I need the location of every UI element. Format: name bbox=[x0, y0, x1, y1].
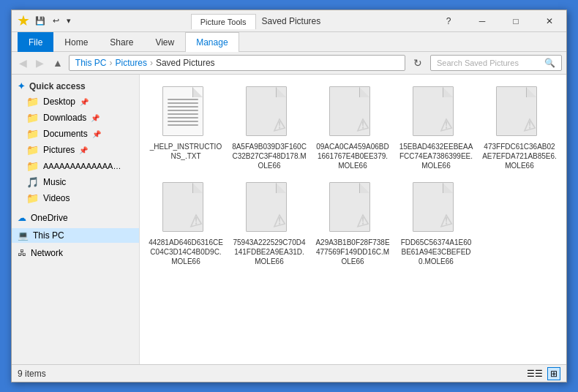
save-tb-icon[interactable]: 💾 bbox=[32, 15, 48, 27]
sidebar: ✦ Quick access 📁 Desktop 📌 📁 Downloads 📌… bbox=[12, 75, 140, 364]
help-button[interactable]: ? bbox=[432, 10, 465, 32]
file-icon: ⚠ bbox=[496, 86, 543, 139]
file-icon: ⚠ bbox=[246, 86, 293, 139]
file-label: FDD65C56374A1E60BE61A94E3CBEFED0.MOLE66 bbox=[399, 238, 473, 266]
breadcrumb-saved-pictures[interactable]: Saved Pictures bbox=[156, 58, 215, 68]
file-item[interactable]: ⚠ 473FFDC61C36AB02AE7EFDA721AB85E6.MOLE6… bbox=[479, 80, 560, 173]
list-view-button[interactable]: ☰☰ bbox=[524, 367, 546, 380]
pc-icon: 💻 bbox=[18, 230, 29, 241]
file-area: _HELP_INSTRUCTIONS_.TXT ⚠ 8A5FA9B039D3F1… bbox=[140, 75, 566, 364]
pin-icon: 📌 bbox=[79, 146, 88, 154]
search-placeholder: Search Saved Pictures bbox=[437, 59, 519, 67]
file-explorer-window: 💾 ↩ ▾ Picture Tools Saved Pictures ? ─ □… bbox=[11, 10, 567, 382]
tab-file[interactable]: File bbox=[18, 32, 53, 52]
file-item[interactable]: ⚠ 15EBAD4632EEBEAAFCC74EA7386399EE.MOLE6… bbox=[396, 80, 476, 173]
picture-tools-tab[interactable]: Picture Tools bbox=[191, 14, 256, 29]
window-controls: ? ─ □ ✕ bbox=[432, 10, 566, 31]
sidebar-item-videos[interactable]: 📁 Videos bbox=[12, 190, 139, 206]
file-icon: ⚠ bbox=[246, 182, 293, 235]
title-bar: 💾 ↩ ▾ Picture Tools Saved Pictures ? ─ □… bbox=[12, 10, 566, 32]
network-icon: 🖧 bbox=[18, 248, 26, 258]
breadcrumb-pictures[interactable]: Pictures bbox=[116, 58, 147, 68]
file-icon: ⚠ bbox=[413, 86, 459, 139]
ribbon-tabs: File Home Share View Manage bbox=[12, 32, 566, 51]
quick-access-section: ✦ Quick access 📁 Desktop 📌 📁 Downloads 📌… bbox=[12, 78, 139, 208]
ribbon: File Home Share View Manage bbox=[12, 32, 566, 52]
file-icon bbox=[162, 86, 209, 139]
file-item[interactable]: ⚠ 8A5FA9B039D3F160CC32B27C3F48D178.MOLE6… bbox=[229, 80, 309, 173]
folder-icon: 📁 bbox=[26, 192, 39, 204]
star-icon: ✦ bbox=[18, 81, 25, 91]
search-icon[interactable]: 🔍 bbox=[544, 58, 555, 68]
cloud-icon: ☁ bbox=[18, 213, 26, 223]
file-item[interactable]: ⚠ 75943A222529C70D4141FDBE2A9EA31D.MOLE6… bbox=[229, 176, 309, 269]
file-icon: ⚠ bbox=[329, 86, 376, 139]
sidebar-item-music[interactable]: 🎵 Music bbox=[12, 174, 139, 190]
maximize-button[interactable]: □ bbox=[499, 10, 533, 32]
folder-icon: 🎵 bbox=[26, 176, 39, 188]
title-bar-left: 💾 ↩ ▾ bbox=[12, 10, 80, 31]
tb-dropdown[interactable]: ▾ bbox=[64, 15, 74, 27]
pin-icon: 📌 bbox=[91, 114, 100, 122]
sidebar-item-downloads[interactable]: 📁 Downloads 📌 bbox=[12, 110, 139, 126]
refresh-button[interactable]: ↻ bbox=[408, 55, 427, 71]
sidebar-item-network[interactable]: 🖧 Network bbox=[12, 246, 139, 260]
folder-icon: 📁 bbox=[26, 128, 39, 140]
tile-view-button[interactable]: ⊞ bbox=[547, 367, 560, 380]
title-center: Picture Tools Saved Pictures bbox=[80, 10, 432, 31]
file-label: 09ACA0CA459A06BD1661767E4B0EE379.MOLE66 bbox=[315, 142, 390, 170]
folder-icon: 📁 bbox=[26, 144, 39, 156]
undo-tb-icon[interactable]: ↩ bbox=[50, 15, 62, 27]
view-icons: ☰☰ ⊞ bbox=[524, 367, 560, 380]
window-title: Saved Pictures bbox=[256, 16, 321, 26]
item-count: 9 items bbox=[18, 369, 46, 379]
pin-icon: 📌 bbox=[92, 130, 101, 138]
up-button[interactable]: ▲ bbox=[50, 56, 66, 70]
file-item[interactable]: ⚠ FDD65C56374A1E60BE61A94E3CBEFED0.MOLE6… bbox=[396, 176, 476, 269]
pin-icon: 📌 bbox=[80, 98, 89, 106]
address-bar: ◀ ▶ ▲ This PC › Pictures › Saved Picture… bbox=[12, 52, 566, 75]
file-item[interactable]: ⚠ 09ACA0CA459A06BD1661767E4B0EE379.MOLE6… bbox=[312, 80, 393, 173]
tab-view[interactable]: View bbox=[144, 32, 185, 52]
sidebar-item-documents[interactable]: 📁 Documents 📌 bbox=[12, 126, 139, 142]
sidebar-item-aaaa[interactable]: 📁 AAAAAAAAAAAAAAAA bbox=[12, 158, 139, 174]
tab-home[interactable]: Home bbox=[53, 32, 99, 52]
file-item[interactable]: ⚠ 44281AD646D6316CEC04C3D14C4B0D9C.MOLE6… bbox=[146, 176, 226, 269]
close-button[interactable]: ✕ bbox=[533, 10, 566, 32]
file-label: 473FFDC61C36AB02AE7EFDA721AB85E6.MOLE66 bbox=[482, 142, 557, 170]
window-icon bbox=[18, 15, 29, 27]
sidebar-quick-access[interactable]: ✦ Quick access bbox=[12, 79, 139, 94]
sidebar-item-desktop[interactable]: 📁 Desktop 📌 bbox=[12, 94, 139, 110]
file-icon: ⚠ bbox=[413, 182, 459, 235]
breadcrumb-bar[interactable]: This PC › Pictures › Saved Pictures bbox=[69, 55, 405, 71]
tab-share[interactable]: Share bbox=[99, 32, 144, 52]
breadcrumb-pc[interactable]: This PC bbox=[75, 58, 107, 68]
file-label: 8A5FA9B039D3F160CC32B27C3F48D178.MOLE66 bbox=[232, 142, 307, 170]
sidebar-item-onedrive[interactable]: ☁ OneDrive bbox=[12, 211, 139, 225]
status-bar: 9 items ☰☰ ⊞ bbox=[12, 364, 566, 382]
file-label: _HELP_INSTRUCTIONS_.TXT bbox=[149, 142, 223, 161]
file-icon: ⚠ bbox=[162, 182, 209, 235]
file-item[interactable]: _HELP_INSTRUCTIONS_.TXT bbox=[146, 80, 226, 173]
minimize-button[interactable]: ─ bbox=[465, 10, 499, 32]
file-icon: ⚠ bbox=[329, 182, 376, 235]
tab-manage[interactable]: Manage bbox=[185, 32, 239, 52]
sidebar-item-thispc[interactable]: 💻 This PC bbox=[12, 228, 139, 243]
folder-icon: 📁 bbox=[26, 160, 39, 172]
back-button[interactable]: ◀ bbox=[16, 56, 30, 70]
file-item[interactable]: ⚠ A29A3B1B0F28F738E477569F149DD16C.MOLE6… bbox=[312, 176, 393, 269]
folder-icon: 📁 bbox=[26, 96, 39, 108]
file-label: 15EBAD4632EEBEAAFCC74EA7386399EE.MOLE66 bbox=[399, 142, 473, 170]
main-content: ✦ Quick access 📁 Desktop 📌 📁 Downloads 📌… bbox=[12, 75, 566, 364]
file-label: A29A3B1B0F28F738E477569F149DD16C.MOLE66 bbox=[315, 238, 390, 266]
search-box[interactable]: Search Saved Pictures 🔍 bbox=[430, 55, 562, 71]
quick-access-toolbar: 💾 ↩ ▾ bbox=[32, 15, 74, 27]
forward-button[interactable]: ▶ bbox=[33, 56, 47, 70]
file-label: 44281AD646D6316CEC04C3D14C4B0D9C.MOLE66 bbox=[149, 238, 223, 266]
file-label: 75943A222529C70D4141FDBE2A9EA31D.MOLE66 bbox=[232, 238, 307, 266]
sidebar-item-pictures[interactable]: 📁 Pictures 📌 bbox=[12, 142, 139, 158]
folder-icon: 📁 bbox=[26, 112, 39, 124]
